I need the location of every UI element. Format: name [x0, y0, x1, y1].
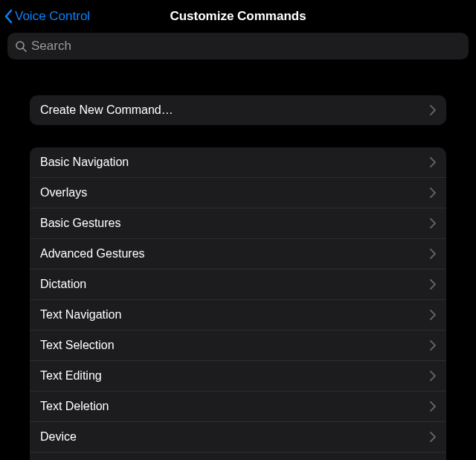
create-new-command-label: Create New Command…	[40, 103, 173, 117]
category-row-device[interactable]: Device	[30, 421, 446, 452]
create-new-command-row[interactable]: Create New Command…	[30, 95, 446, 125]
category-label: Text Editing	[40, 369, 102, 383]
chevron-right-icon	[430, 249, 436, 259]
svg-line-1	[23, 48, 26, 51]
create-group: Create New Command…	[30, 95, 446, 125]
category-label: Text Deletion	[40, 400, 109, 413]
back-button[interactable]: Voice Control	[4, 0, 90, 33]
chevron-right-icon	[430, 105, 436, 115]
content: Create New Command… Basic Navigation Ove…	[0, 66, 476, 460]
chevron-right-icon	[430, 401, 436, 412]
category-label: Dictation	[40, 278, 86, 291]
category-label: Advanced Gestures	[40, 247, 145, 261]
category-row-text-editing[interactable]: Text Editing	[30, 360, 446, 391]
chevron-right-icon	[430, 310, 436, 320]
search-input[interactable]: Search	[7, 33, 469, 60]
category-row-accessibility[interactable]: Accessibility	[30, 452, 446, 460]
search-icon	[15, 40, 31, 52]
search-wrap: Search	[0, 33, 476, 66]
category-row-text-deletion[interactable]: Text Deletion	[30, 391, 446, 421]
chevron-right-icon	[430, 157, 436, 167]
back-button-label: Voice Control	[15, 9, 90, 24]
category-row-basic-gestures[interactable]: Basic Gestures	[30, 208, 446, 238]
category-row-advanced-gestures[interactable]: Advanced Gestures	[30, 238, 446, 269]
chevron-right-icon	[430, 279, 436, 290]
category-row-overlays[interactable]: Overlays	[30, 177, 446, 208]
category-label: Overlays	[40, 186, 87, 199]
chevron-right-icon	[430, 371, 436, 381]
category-label: Device	[40, 430, 77, 444]
category-label: Basic Navigation	[40, 156, 129, 169]
category-label: Text Navigation	[40, 308, 121, 322]
search-placeholder: Search	[31, 39, 71, 54]
category-label: Text Selection	[40, 339, 115, 352]
category-row-text-navigation[interactable]: Text Navigation	[30, 299, 446, 330]
chevron-right-icon	[430, 188, 436, 198]
chevron-right-icon	[430, 218, 436, 229]
chevron-right-icon	[430, 340, 436, 351]
chevron-right-icon	[430, 432, 436, 442]
category-label: Basic Gestures	[40, 217, 120, 230]
category-row-dictation[interactable]: Dictation	[30, 269, 446, 299]
category-row-basic-navigation[interactable]: Basic Navigation	[30, 147, 446, 177]
page-title: Customize Commands	[170, 9, 306, 24]
categories-group: Basic Navigation Overlays Basic Gestures…	[30, 147, 446, 460]
navbar: Voice Control Customize Commands	[0, 0, 476, 33]
chevron-left-icon	[4, 9, 13, 24]
category-row-text-selection[interactable]: Text Selection	[30, 330, 446, 360]
